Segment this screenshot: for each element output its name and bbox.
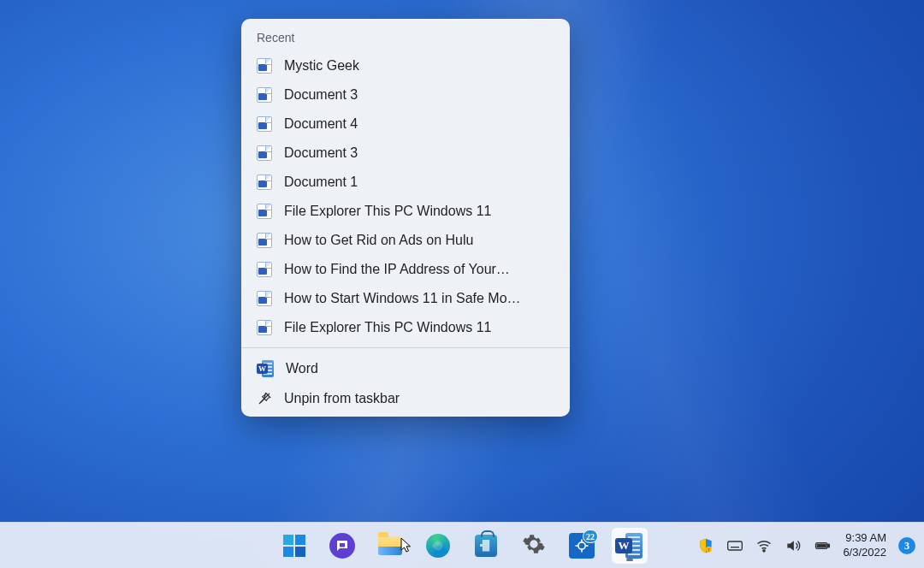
tray-time: 9:39 AM bbox=[845, 531, 886, 546]
notification-badge: 3 bbox=[898, 537, 915, 554]
windows-start-icon bbox=[283, 535, 305, 557]
snagit-badge: 22 bbox=[583, 530, 598, 543]
jumplist-recent-item[interactable]: Document 3 bbox=[241, 139, 570, 168]
jumplist-item-label: Mystic Geek bbox=[284, 58, 359, 74]
jumplist-app-item[interactable]: Word bbox=[241, 353, 570, 384]
wifi-icon bbox=[755, 537, 773, 554]
jumplist-recent-item[interactable]: How to Get Rid on Ads on Hulu bbox=[241, 226, 570, 255]
volume-icon bbox=[785, 537, 802, 554]
start-button[interactable] bbox=[276, 528, 312, 564]
jumplist-panel: Recent Mystic Geek Document 3 Document 4… bbox=[241, 19, 570, 417]
word-document-icon bbox=[257, 291, 272, 306]
chat-button[interactable] bbox=[324, 528, 360, 564]
jumplist-item-label: Document 3 bbox=[284, 145, 358, 161]
word-taskbar-button[interactable] bbox=[612, 528, 648, 564]
taskbar: 22 ! bbox=[0, 522, 924, 568]
word-document-icon bbox=[257, 262, 272, 277]
edge-icon bbox=[426, 534, 450, 558]
jumplist-item-label: How to Find the IP Address of Your… bbox=[284, 262, 510, 277]
word-app-icon bbox=[615, 531, 644, 560]
snagit-button[interactable]: 22 bbox=[564, 528, 600, 564]
wifi-button[interactable] bbox=[755, 523, 773, 568]
microsoft-store-icon bbox=[475, 535, 497, 557]
svg-rect-9 bbox=[818, 544, 826, 547]
clock-date-button[interactable]: 9:39 AM 6/3/2022 bbox=[843, 531, 886, 560]
svg-rect-5 bbox=[728, 541, 743, 550]
microsoft-store-button[interactable] bbox=[468, 528, 504, 564]
jumplist-item-label: Document 1 bbox=[284, 175, 358, 190]
word-document-icon bbox=[257, 175, 272, 190]
svg-text:!: ! bbox=[708, 547, 709, 553]
jumplist-recent-item[interactable]: Document 3 bbox=[241, 80, 570, 109]
jumplist-unpin-label: Unpin from taskbar bbox=[284, 391, 400, 406]
jumplist-section-label: Recent bbox=[241, 19, 570, 51]
word-document-icon bbox=[257, 233, 272, 248]
jumplist-item-label: File Explorer This PC Windows 11 bbox=[284, 320, 491, 335]
keyboard-icon bbox=[726, 537, 743, 554]
jumplist-recent-item[interactable]: File Explorer This PC Windows 11 bbox=[241, 197, 570, 226]
tray-date: 6/3/2022 bbox=[843, 546, 886, 560]
taskbar-center: 22 bbox=[276, 528, 648, 564]
jumplist-item-label: How to Get Rid on Ads on Hulu bbox=[284, 233, 473, 248]
edge-button[interactable] bbox=[420, 528, 456, 564]
word-document-icon bbox=[257, 320, 272, 335]
battery-icon bbox=[814, 537, 831, 554]
jumplist-item-label: File Explorer This PC Windows 11 bbox=[284, 204, 491, 219]
jumplist-app-label: Word bbox=[286, 361, 318, 376]
word-document-icon bbox=[257, 204, 272, 219]
jumplist-item-label: Document 3 bbox=[284, 87, 358, 103]
volume-button[interactable] bbox=[785, 523, 802, 568]
desktop-background: Recent Mystic Geek Document 3 Document 4… bbox=[0, 0, 924, 568]
svg-point-2 bbox=[578, 541, 585, 548]
chat-icon bbox=[329, 533, 355, 559]
mouse-cursor-icon bbox=[400, 537, 412, 554]
input-method-button[interactable] bbox=[726, 523, 743, 568]
jumplist-recent-item[interactable]: How to Start Windows 11 in Safe Mo… bbox=[241, 284, 570, 313]
word-document-icon bbox=[257, 87, 272, 103]
snagit-icon: 22 bbox=[569, 533, 595, 559]
svg-rect-8 bbox=[828, 544, 830, 547]
settings-button[interactable] bbox=[516, 528, 552, 564]
settings-gear-icon bbox=[522, 532, 546, 559]
notifications-button[interactable]: 3 bbox=[898, 523, 915, 568]
battery-button[interactable] bbox=[814, 523, 831, 568]
jumplist-recent-item[interactable]: Document 4 bbox=[241, 109, 570, 139]
svg-point-6 bbox=[763, 550, 765, 552]
shield-icon: ! bbox=[697, 536, 714, 555]
jumplist-recent-item[interactable]: How to Find the IP Address of Your… bbox=[241, 255, 570, 284]
jumplist-separator bbox=[241, 347, 570, 348]
word-document-icon bbox=[257, 58, 272, 74]
word-document-icon bbox=[257, 145, 272, 161]
unpin-icon bbox=[257, 391, 272, 406]
windows-security-button[interactable]: ! bbox=[697, 523, 714, 568]
jumplist-recent-item[interactable]: Document 1 bbox=[241, 168, 570, 197]
jumplist-unpin-item[interactable]: Unpin from taskbar bbox=[241, 384, 570, 413]
word-app-icon bbox=[257, 360, 274, 377]
file-explorer-icon bbox=[378, 536, 402, 555]
jumplist-recent-item[interactable]: Mystic Geek bbox=[241, 51, 570, 80]
jumplist-item-label: How to Start Windows 11 in Safe Mo… bbox=[284, 291, 521, 306]
word-document-icon bbox=[257, 116, 272, 132]
svg-rect-1 bbox=[340, 543, 345, 547]
system-tray: ! 9:39 AM 6/3/2022 3 bbox=[697, 523, 915, 568]
jumplist-recent-item[interactable]: File Explorer This PC Windows 11 bbox=[241, 313, 570, 342]
jumplist-item-label: Document 4 bbox=[284, 116, 358, 132]
